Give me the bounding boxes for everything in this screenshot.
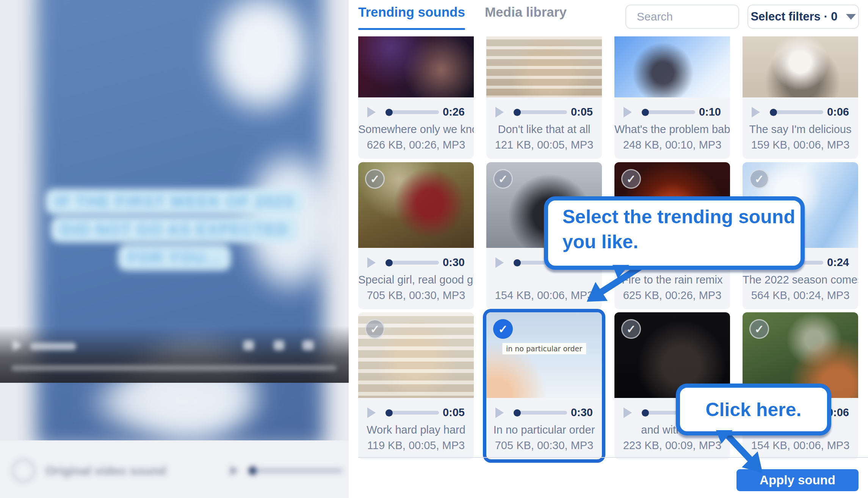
callout-tail <box>613 265 629 279</box>
audio-controls: 0:05 <box>358 398 474 419</box>
sound-card[interactable]: 0:05Don't like that at all121 KB, 00:05,… <box>486 36 602 159</box>
progress-dot <box>514 259 521 266</box>
sound-meta: 626 KB, 00:26, MP3 <box>358 139 474 159</box>
tab-trending-label: Trending sounds <box>358 5 465 19</box>
sound-card[interactable]: 0:26Somewhere only we know-626 KB, 00:26… <box>358 36 474 159</box>
tab-trending-sounds[interactable]: Trending sounds <box>358 5 465 30</box>
video-progress-bar[interactable] <box>11 365 337 371</box>
video-caption: IF THE FIRST WEEK OF 2023 DID NOT GO AS … <box>0 188 349 272</box>
select-filters-dropdown[interactable]: Select filters · 0 <box>747 5 859 29</box>
checkmark-badge[interactable]: ✓ <box>621 169 641 189</box>
progress-dot <box>514 109 521 116</box>
checkmark-badge[interactable]: ✓ <box>749 319 769 339</box>
sound-title: Somewhere only we know- <box>358 123 474 137</box>
checkmark-badge[interactable]: ✓ <box>365 169 385 189</box>
sound-title: Special girl, real good girl <box>358 274 474 287</box>
original-sound-row: Original video sound 0:24 <box>0 456 349 486</box>
audio-controls: 0:30 <box>486 398 602 419</box>
caption-line: DID NOT GO AS EXPECTED <box>51 217 298 243</box>
progress-track[interactable] <box>391 261 439 265</box>
radio-circle-icon[interactable] <box>11 459 36 483</box>
progress-track[interactable] <box>391 110 439 114</box>
sound-thumbnail[interactable] <box>486 36 602 97</box>
sound-title: Don't like that at all <box>486 123 602 137</box>
sound-title: What's the problem baby <box>614 123 730 137</box>
duration-label: 0:10 <box>699 106 721 119</box>
play-icon[interactable] <box>495 107 504 117</box>
sound-card[interactable]: 0:06The say I'm delicious159 KB, 00:06, … <box>743 36 858 159</box>
sound-title: The 2022 season comes to <box>743 274 858 287</box>
audio-controls: 0:06 <box>743 97 858 119</box>
sound-progress-track[interactable] <box>255 468 343 473</box>
chevron-down-icon <box>846 14 856 20</box>
thumbnail-caption: in no particular order <box>502 343 586 354</box>
callout-click-text: Click here. <box>706 399 802 421</box>
play-icon[interactable] <box>624 107 632 117</box>
sound-meta: 248 KB, 00:10, MP3 <box>614 139 730 159</box>
caption-line: FOR YOU... <box>118 245 231 271</box>
caption-line: IF THE FIRST WEEK OF 2023 <box>45 189 304 215</box>
video-controls-bar <box>0 326 349 383</box>
progress-dot <box>514 409 521 417</box>
duration-label: 0:30 <box>571 406 593 419</box>
checkmark-badge[interactable]: ✓ <box>749 169 769 189</box>
play-icon[interactable] <box>367 407 376 418</box>
sound-thumbnail[interactable] <box>614 36 730 97</box>
select-filters-label: Select filters · 0 <box>750 10 837 23</box>
sound-thumbnail[interactable]: in no particular order✓ <box>486 312 602 398</box>
sound-meta: 159 KB, 00:06, MP3 <box>743 139 858 159</box>
sound-card[interactable]: ✓0:30Special girl, real good girl705 KB,… <box>358 162 474 309</box>
video-fullscreen-icon[interactable] <box>302 340 314 350</box>
checkmark-badge[interactable]: ✓ <box>493 169 513 189</box>
duration-label: 0:30 <box>443 256 465 269</box>
duration-label: 0:26 <box>443 106 465 119</box>
play-icon[interactable] <box>367 107 376 117</box>
video-frame: IF THE FIRST WEEK OF 2023 DID NOT GO AS … <box>0 0 349 440</box>
sound-thumbnail[interactable] <box>743 36 858 97</box>
progress-track[interactable] <box>519 411 567 415</box>
progress-track[interactable] <box>647 110 695 114</box>
video-volume-icon[interactable] <box>243 340 254 350</box>
play-icon[interactable] <box>624 407 632 418</box>
sound-meta: 119 KB, 00:05, MP3 <box>358 439 474 459</box>
tab-media-label: Media library <box>485 5 567 19</box>
sound-thumbnail[interactable]: ✓ <box>358 162 474 248</box>
progress-track[interactable] <box>776 110 823 114</box>
play-icon[interactable] <box>495 407 504 418</box>
audio-controls: 0:26 <box>358 97 474 119</box>
tab-media-library[interactable]: Media library <box>485 5 567 20</box>
sound-title: In no particular order <box>486 424 602 437</box>
sound-thumbnail[interactable] <box>358 36 474 97</box>
sound-title: Work hard play hard <box>358 424 474 437</box>
original-sound-label: Original video sound <box>45 464 166 478</box>
sound-card[interactable]: in no particular order✓0:30In no particu… <box>486 312 602 459</box>
video-settings-icon[interactable] <box>274 340 284 350</box>
audio-controls: 0:10 <box>614 97 730 119</box>
duration-label: 0:05 <box>443 406 465 419</box>
callout-click-here: Click here. <box>676 384 831 435</box>
progress-track[interactable] <box>519 110 567 114</box>
play-icon[interactable] <box>367 257 376 268</box>
sound-meta: 564 KB, 00:24, MP3 <box>743 289 858 309</box>
play-icon[interactable] <box>495 257 504 268</box>
duration-label: 0:06 <box>827 106 849 119</box>
checkmark-badge[interactable]: ✓ <box>365 319 385 339</box>
callout-tail <box>716 430 733 444</box>
sound-play-icon[interactable] <box>230 466 238 476</box>
sound-grid-row: 0:26Somewhere only we know-626 KB, 00:26… <box>358 36 858 159</box>
progress-track[interactable] <box>391 411 439 415</box>
original-sound-bar: Original video sound 0:24 <box>0 440 349 498</box>
search-input[interactable] <box>626 5 738 28</box>
sound-card[interactable]: ✓0:05Work hard play hard119 KB, 00:05, M… <box>358 312 474 459</box>
sound-meta: 705 KB, 00:30, MP3 <box>486 439 602 459</box>
video-timestamp <box>30 343 76 350</box>
sound-thumbnail[interactable]: ✓ <box>358 312 474 398</box>
sound-card[interactable]: 0:10What's the problem baby248 KB, 00:10… <box>614 36 730 159</box>
checkmark-badge[interactable]: ✓ <box>621 319 641 339</box>
play-icon[interactable] <box>752 107 760 117</box>
video-play-icon[interactable] <box>13 340 22 351</box>
sound-meta: 705 KB, 00:30, MP3 <box>358 289 474 309</box>
checkmark-badge-selected[interactable]: ✓ <box>493 319 513 339</box>
progress-dot <box>770 109 777 116</box>
video-preview-panel: IF THE FIRST WEEK OF 2023 DID NOT GO AS … <box>0 0 349 498</box>
